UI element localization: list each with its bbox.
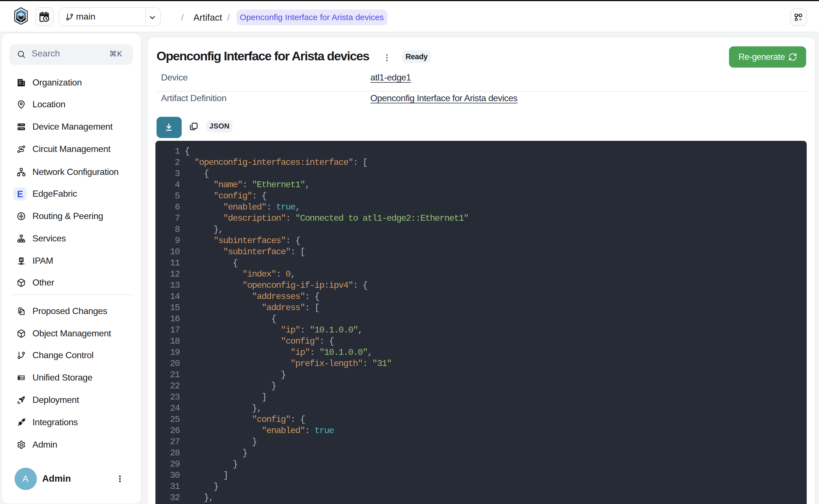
svg-text:IP: IP — [19, 258, 23, 262]
